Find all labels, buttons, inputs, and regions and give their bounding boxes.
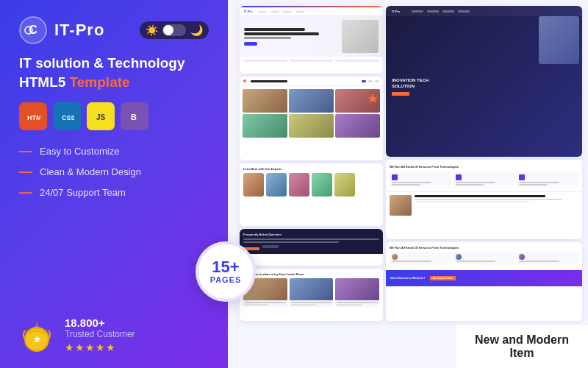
right-panel: IT-Pro	[228, 0, 588, 368]
previews-area: IT-Pro	[228, 0, 588, 324]
service-item-b	[453, 252, 515, 264]
title-line-2	[244, 32, 319, 35]
section-title	[251, 80, 287, 82]
checkmark-accent	[367, 93, 379, 107]
mini-nav-item	[258, 11, 267, 13]
toggle-pill	[162, 24, 186, 36]
customer-label: Trusted Customer	[65, 329, 135, 339]
team-photo-4	[312, 173, 332, 197]
mockup-dark-hero-card: IT-Pro INOVATION TECHSOLUTION	[386, 6, 582, 157]
service-item-c	[517, 252, 578, 264]
html-badge: HTML	[19, 102, 47, 130]
mini-nav-item	[283, 11, 292, 13]
team-photo-1	[243, 173, 264, 197]
svg-text:B: B	[131, 113, 137, 121]
theme-toggle[interactable]: ☀️ 🌙	[140, 21, 209, 39]
photos-grid	[240, 86, 383, 141]
avatar-mini	[392, 254, 398, 260]
strategy-text	[415, 195, 578, 216]
service-icon-2	[456, 174, 462, 180]
service-label-2	[456, 182, 495, 183]
mockup-services-card: We Run All Kinds Of Services From Techno…	[386, 160, 582, 238]
news-section: We're here to share story from Latest Ne…	[240, 269, 383, 311]
service-icon-3	[519, 174, 525, 180]
fastest-strategy	[386, 191, 582, 219]
dark-logo: IT-Pro	[392, 10, 400, 13]
service-sublabel-2	[456, 184, 484, 185]
stat-bar	[243, 60, 287, 62]
services-section-2: We Run All Kinds Of Services From Techno…	[386, 242, 582, 270]
customer-row: ★ 18.800+ Trusted Customer ★★★★★	[19, 316, 209, 353]
feature-1: — Easy to Customize	[19, 144, 209, 159]
feature-3: — 24/07 Support Team	[19, 185, 209, 200]
bottom-bar: New and Modern Item	[456, 324, 588, 368]
services-grid	[390, 172, 578, 188]
svg-text:HTML: HTML	[27, 114, 40, 121]
photo-6	[335, 114, 380, 138]
team-mini: Let's Meet with Our Experts	[240, 163, 383, 200]
service-sublabel-1	[392, 184, 420, 185]
headline-line1: IT solution & Technology	[19, 54, 209, 73]
service-1	[390, 172, 451, 188]
need-website-banner: Need Business Website? Get Started Now	[386, 270, 582, 286]
news-img-3	[335, 278, 379, 300]
dark-hero-title: INOVATION TECHSOLUTION	[392, 77, 576, 90]
mini-logo-small: IT-Pro	[244, 10, 252, 13]
svg-text:JS: JS	[96, 113, 106, 121]
team-header: Let's Meet with Our Experts	[243, 167, 379, 171]
photo-2	[289, 89, 334, 113]
mockup-faq-card: Frequently Asked Question	[240, 229, 383, 266]
team-photo-3	[289, 173, 309, 197]
photo-1	[243, 89, 287, 113]
strategy-img	[390, 195, 412, 216]
mini-hero-text	[244, 28, 337, 46]
dark-nav-items	[412, 10, 470, 13]
faq-line-1	[243, 238, 379, 240]
customer-count: 18.800+	[65, 316, 135, 329]
services-grid-2	[390, 252, 578, 264]
pages-number: 15+	[212, 259, 239, 275]
need-btn-text: Get Started Now	[433, 277, 453, 280]
photo-5	[289, 114, 334, 138]
need-website-btn: Get Started Now	[430, 276, 456, 280]
dash-icon-3: —	[19, 185, 32, 200]
faq-buttons	[243, 245, 379, 250]
service-icon-1	[392, 174, 398, 180]
stars: ★★★★★	[65, 342, 135, 353]
service-item-a	[390, 252, 451, 264]
toggle-thumb	[163, 25, 173, 35]
team-photo-2	[266, 173, 287, 197]
faq-line-2	[243, 241, 339, 243]
logo-row: C IT-Pro ☀️ 🌙	[19, 16, 209, 44]
mini-cta-btn	[244, 42, 257, 46]
faq-btn-2	[262, 245, 279, 248]
photo-4	[243, 114, 287, 138]
mockup-news-card: We're here to share story from Latest Ne…	[240, 269, 383, 321]
service-label-1	[392, 182, 431, 183]
mini-nav-items	[258, 11, 304, 13]
service-label-3	[519, 182, 559, 183]
moon-icon: 🌙	[190, 24, 203, 36]
logo-icon: C	[19, 16, 47, 44]
subtitle-line	[244, 37, 291, 39]
pages-circle: 15+ PAGES	[196, 241, 256, 302]
mini-stats	[240, 57, 383, 65]
team-photo-5	[334, 173, 355, 197]
dark-cta-btn	[392, 92, 409, 96]
avatar-mini-2	[456, 254, 462, 260]
pages-circle-wrapper: 15+ PAGES	[196, 241, 256, 302]
stat-bar	[335, 60, 379, 62]
mini-top-nav: IT-Pro	[240, 7, 383, 16]
mockup-team-card: Let's Meet with Our Experts	[240, 163, 383, 226]
mini-hero	[240, 16, 383, 57]
mini-nav-item	[295, 11, 304, 13]
avatar-mini-3	[519, 254, 525, 260]
js-badge: JS	[87, 102, 115, 130]
feature-2: — Clean & Modern Design	[19, 164, 209, 180]
team-photos	[243, 173, 379, 197]
services-header: We Run All Kinds Of Services From Techno…	[390, 163, 578, 170]
logo-text: IT-Pro	[54, 21, 104, 40]
faq-header: Frequently Asked Question	[243, 233, 379, 236]
mockup-grid-card	[240, 77, 383, 160]
news-cards	[243, 278, 379, 307]
